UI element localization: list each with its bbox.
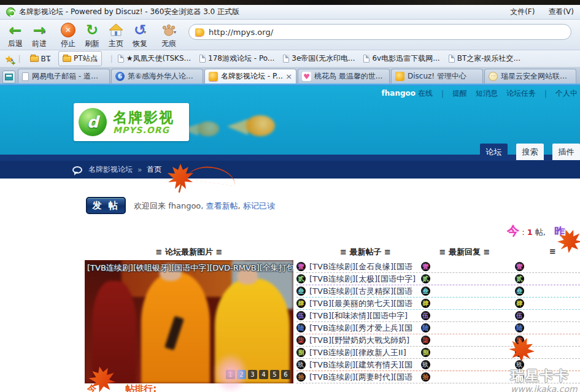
home-button[interactable]: 主页 [104, 21, 128, 49]
favorite-link[interactable]: 178游戏论坛 - Po... [199, 53, 274, 64]
favorites-folder-bt[interactable]: BT ▾ [26, 52, 55, 66]
forward-dropdown-icon[interactable]: ▾ [43, 29, 45, 35]
tab-favicon: ♥ [302, 72, 311, 81]
favorite-link[interactable]: BT之家-娱乐社交... [449, 53, 520, 64]
site-safety-icon[interactable] [195, 28, 204, 36]
reply-rank-badge-icon: 贰 [421, 274, 430, 283]
post-row: 伍 [TVB][和味浓情][国语中字] 伍 伍 [296, 310, 580, 322]
menu-view[interactable]: 查看(V) [548, 7, 574, 17]
browser-tab[interactable]: Discuz! 管理中心 [391, 69, 483, 83]
site-header: fhangoo 在线 | 提醒 短消息 论坛任务 | 个人中 d 名牌影视 MP… [0, 86, 580, 155]
rank-badge-icon: 陆 [296, 323, 306, 332]
address-bar[interactable] [188, 24, 571, 40]
post-title-link[interactable]: [TVB连续剧][两妻时代][国语 [309, 372, 412, 383]
favorite-link[interactable]: 6v电影迅雷下载网... [363, 53, 439, 64]
browser-tab[interactable]: 网易电子邮箱 - 道遥... [18, 69, 110, 83]
logo-ball-icon: d [79, 108, 107, 136]
restore-dropdown-icon[interactable]: ▾ [144, 29, 146, 35]
member-rank-badge-icon: 贰 [515, 274, 524, 283]
post-title-link[interactable]: [TVB连续剧][秀才爱上兵][国 [309, 323, 412, 334]
window-grid-icon [5, 74, 13, 80]
page-icon [118, 55, 124, 63]
post-title-link[interactable]: [TVB][和味浓情][国语中字] [309, 310, 408, 321]
notice-link[interactable]: 提醒 [452, 88, 467, 99]
post-title-link[interactable]: [TVB连续剧][太极][国语中字] [309, 274, 416, 285]
tab-list-button[interactable] [2, 71, 15, 83]
post-title-link[interactable]: [TVB连续剧][古灵精探][国语 [309, 286, 412, 297]
browser-window: 名牌影视论坛 - Powered by Discuz! - 360安全浏览器 3… [0, 0, 580, 392]
member-rank-badge-icon: 陆 [515, 323, 524, 332]
breadcrumb-site[interactable]: 名牌影视论坛 [88, 164, 133, 175]
section-latest-posts: ≡ 最新帖子 ≡ [296, 247, 435, 258]
tab-favicon [209, 72, 218, 81]
post-title-link[interactable]: [TVB连续剧][建筑有情天][国 [309, 359, 412, 371]
browser-tab[interactable]: ··· 瑞星云安全网站联盟... [484, 69, 576, 83]
tab-favicon [22, 72, 29, 81]
post-row: 叁 [TVB连续剧][古灵精探][国语 叁 叁 [296, 285, 580, 298]
post-row: 肆 [TVB][最美丽的第七天][国语 肆 肆 [296, 298, 580, 310]
post-title-link[interactable]: [TVB连续剧][金石良缘][国语 [309, 261, 412, 272]
breadcrumb-page[interactable]: 首页 [147, 164, 161, 175]
site-nav-tab[interactable]: 搜索 [516, 144, 544, 160]
messages-link[interactable]: 短消息 [476, 88, 498, 99]
slideshow-page-button[interactable]: 4 [259, 370, 268, 379]
site-nav-tab[interactable]: 论坛 [480, 144, 508, 160]
antivirus-watermark: 瑞星卡卡 www.ikaka.com [511, 367, 578, 392]
favorites-folder-pt[interactable]: PT站点 ▾ [58, 51, 102, 66]
menu-file[interactable]: 文件(F) [510, 7, 535, 17]
welcome-line: 欢迎回来 fhangoo, 查看新帖, 标记已读 [134, 201, 275, 212]
page-icon [283, 55, 289, 63]
favorites-star-icon[interactable]: ★ [5, 53, 13, 64]
post-title-link[interactable]: [TVB连续剧][律政新人王II] [309, 347, 406, 358]
refresh-icon: ↻ [86, 23, 98, 37]
tasks-link[interactable]: 论坛任务 [506, 88, 536, 99]
restore-button[interactable]: ↺▾ 恢复 [128, 21, 152, 49]
incognito-button[interactable]: ▾ 无痕 [157, 21, 180, 49]
slideshow-image[interactable]: [TVB连续剧][铁咀银牙][国语中字][DVD-RMVB][全集打包] 1 2… [85, 260, 293, 383]
browser-logo-icon [6, 7, 15, 17]
slideshow-page-button[interactable]: 5 [270, 370, 279, 379]
browser-tab[interactable]: ♥ 桃花岛 最温馨的世... [298, 69, 390, 83]
page-icon [199, 55, 206, 63]
logo-domain: MPYS.ORG [113, 125, 174, 135]
username[interactable]: fhangoo [382, 89, 416, 98]
site-logo[interactable]: d 名牌影视 MPYS.ORG [74, 103, 189, 141]
reply-rank-badge-icon: 肆 [421, 299, 430, 308]
post-title-link[interactable]: [TVB][野蠻奶奶大戰戈師奶] [309, 335, 409, 346]
tab-favicon: 6 [115, 72, 125, 81]
goldfish-graphic [227, 110, 276, 144]
favorite-link[interactable]: 3e帝国(无水印电... [283, 53, 355, 64]
back-button[interactable]: ← 后退 [4, 21, 27, 49]
member-rank-badge-icon: 伍 [515, 311, 524, 320]
tab-close-icon[interactable]: × [283, 72, 292, 81]
rank-badge-icon: 拾 [296, 372, 306, 382]
profile-link[interactable]: 个人中 [555, 88, 578, 99]
incognito-dropdown-icon[interactable]: ▾ [174, 29, 176, 35]
title-bar[interactable]: 名牌影视论坛 - Powered by Discuz! - 360安全浏览器 3… [0, 5, 580, 20]
tab-bar: 网易电子邮箱 - 道遥... 6 第⑥感海外华人论坛... 名牌影视论坛 - P… [0, 67, 580, 83]
maple-leaf-icon [86, 366, 119, 392]
stop-button[interactable]: ✕ 停止 [56, 21, 80, 49]
breadcrumb: 名牌影视论坛 » 首页 [0, 161, 580, 179]
slideshow-caption[interactable]: [TVB连续剧][铁咀银牙][国语中字][DVD-RMVB][全集打包] [85, 261, 293, 275]
post-title-link[interactable]: [TVB][最美丽的第七天][国语 [309, 298, 412, 309]
address-input[interactable] [209, 28, 565, 37]
mark-read-link[interactable]: 标记已读 [243, 201, 275, 210]
site-nav-tab[interactable]: 插件 [552, 144, 580, 160]
post-row: 柒 [TVB][野蠻奶奶大戰戈師奶] 柒 柒 [296, 334, 580, 347]
background-window-sliver [0, 0, 580, 5]
slideshow-page-button[interactable]: 3 [248, 370, 257, 379]
slideshow-page-button[interactable]: 6 [281, 370, 290, 379]
reply-rank-badge-icon: 伍 [421, 311, 430, 320]
folder-icon [63, 56, 71, 62]
rank-badge-icon: 柒 [296, 336, 306, 345]
favorite-link[interactable]: ★凤凰天使(TSKS... [118, 53, 191, 64]
favorites-bar: ★ ▾ | BT ▾ PT站点 ▾ | ★凤凰天使(TSKS... 178 [0, 50, 580, 67]
browser-tab[interactable]: 名牌影视论坛 - P... × [204, 69, 296, 83]
forward-button[interactable]: →▾ 前进 [28, 21, 51, 49]
refresh-button[interactable]: ↻ 刷新 [80, 21, 104, 49]
browser-tab[interactable]: 6 第⑥感海外华人论坛... [111, 69, 203, 83]
view-new-posts-link[interactable]: 查看新帖 [206, 201, 238, 210]
rank-badge-icon: 贰 [296, 274, 306, 283]
new-post-button[interactable]: 发 帖 [86, 197, 126, 214]
